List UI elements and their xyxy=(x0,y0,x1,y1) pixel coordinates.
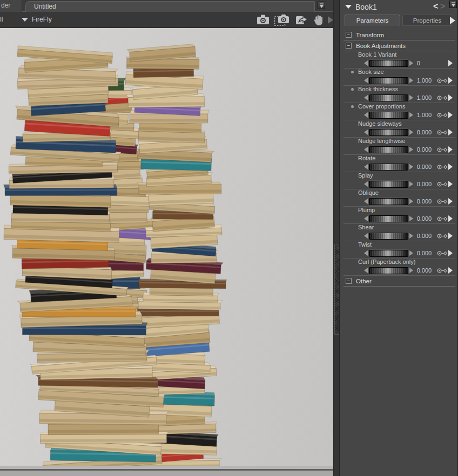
dial-menu-arrow[interactable] xyxy=(448,267,453,274)
viewport-scrollbar[interactable] xyxy=(333,0,340,476)
slider-increment-arrow[interactable] xyxy=(409,216,413,221)
slider-decrement-arrow[interactable] xyxy=(364,199,368,204)
dial-menu-arrow[interactable] xyxy=(448,198,453,205)
panel-collapse-triangle-icon[interactable] xyxy=(345,5,352,9)
collapse-icon[interactable]: − xyxy=(346,43,352,49)
dial-menu-arrow[interactable] xyxy=(448,94,453,101)
dial-value[interactable]: 0.000 xyxy=(417,250,437,256)
slider-track[interactable] xyxy=(369,146,408,153)
slider-decrement-arrow[interactable] xyxy=(364,112,368,118)
renderer-dropdown[interactable]: FireFly xyxy=(22,16,52,23)
slider-increment-arrow[interactable] xyxy=(409,181,413,187)
render-viewport[interactable] xyxy=(0,28,333,476)
dial-menu-arrow[interactable] xyxy=(448,60,453,66)
slider-track[interactable] xyxy=(369,233,408,240)
slider-decrement-arrow[interactable] xyxy=(364,268,368,273)
keyframe-icon[interactable] xyxy=(437,199,448,205)
dial-value[interactable]: 1.000 xyxy=(417,94,437,101)
keyframe-icon[interactable] xyxy=(437,268,448,274)
dial-menu-arrow[interactable] xyxy=(448,181,453,187)
collapse-icon[interactable]: − xyxy=(346,32,352,38)
dial-value[interactable]: 0.000 xyxy=(417,129,437,135)
section-transform[interactable]: − Transform xyxy=(344,30,455,40)
next-item-arrow[interactable]: > xyxy=(440,2,445,11)
slider-track[interactable] xyxy=(369,77,408,84)
slider-increment-arrow[interactable] xyxy=(409,268,413,273)
slider-increment-arrow[interactable] xyxy=(409,233,413,239)
dial-value[interactable]: 0.000 xyxy=(417,164,437,170)
dial-value[interactable]: 0.000 xyxy=(417,181,437,187)
dial-menu-arrow[interactable] xyxy=(448,164,453,170)
slider-track[interactable] xyxy=(369,129,408,136)
slider-increment-arrow[interactable] xyxy=(409,112,413,118)
prev-item-arrow[interactable]: < xyxy=(433,2,438,11)
tab-untitled[interactable]: Untitled xyxy=(25,1,315,12)
dial-value[interactable]: 0.000 xyxy=(417,146,437,153)
slider-decrement-arrow[interactable] xyxy=(364,216,368,221)
dial-menu-arrow[interactable] xyxy=(448,129,453,135)
slider-decrement-arrow[interactable] xyxy=(364,147,368,152)
slider-increment-arrow[interactable] xyxy=(409,199,413,204)
tab-parameters[interactable]: Parameters xyxy=(345,15,400,26)
slider-increment-arrow[interactable] xyxy=(409,60,413,66)
tab-overflow-arrow[interactable] xyxy=(450,17,455,24)
keyframe-icon[interactable] xyxy=(437,250,448,256)
dial-menu-arrow[interactable] xyxy=(448,215,453,222)
section-book-adjustments[interactable]: − Book Adjustments xyxy=(344,40,455,51)
dial-value[interactable]: 0.000 xyxy=(417,267,437,274)
slider-track[interactable] xyxy=(369,112,408,119)
slider-decrement-arrow[interactable] xyxy=(364,95,368,100)
dial-menu-arrow[interactable] xyxy=(448,233,453,239)
slider-decrement-arrow[interactable] xyxy=(364,78,368,83)
keyframe-icon[interactable] xyxy=(437,130,448,135)
viewport-options-dropdown[interactable] xyxy=(318,2,325,9)
panel-options-dropdown[interactable] xyxy=(449,1,457,8)
pan-tool-button[interactable] xyxy=(313,14,325,26)
scrollbar-thumb[interactable] xyxy=(334,244,339,335)
slider-track[interactable] xyxy=(369,198,408,205)
render-button[interactable] xyxy=(256,13,270,25)
keyframe-icon[interactable] xyxy=(437,147,448,153)
dial-value[interactable]: 0.000 xyxy=(417,233,437,239)
dial-value[interactable]: 1.000 xyxy=(417,77,437,84)
dial-value[interactable]: 0.000 xyxy=(417,198,437,205)
slider-track[interactable] xyxy=(369,181,408,188)
slider-decrement-arrow[interactable] xyxy=(364,250,368,256)
slider-track[interactable] xyxy=(369,267,408,274)
slider-track[interactable] xyxy=(369,250,408,257)
slider-decrement-arrow[interactable] xyxy=(364,181,368,187)
collapse-icon[interactable]: − xyxy=(346,278,352,284)
slider-increment-arrow[interactable] xyxy=(409,78,413,83)
slider-track[interactable] xyxy=(369,60,408,67)
section-other[interactable]: − Other xyxy=(344,276,455,287)
dial-menu-arrow[interactable] xyxy=(448,112,453,118)
selected-item-title[interactable]: Book1 xyxy=(355,3,377,11)
keyframe-icon[interactable] xyxy=(437,216,448,222)
display-mode-partial[interactable]: ll xyxy=(0,16,3,23)
slider-track[interactable] xyxy=(369,94,408,101)
slider-decrement-arrow[interactable] xyxy=(364,130,368,135)
slider-decrement-arrow[interactable] xyxy=(364,233,368,239)
slider-track[interactable] xyxy=(369,215,408,222)
keyframe-icon[interactable] xyxy=(437,112,448,118)
keyframe-icon[interactable] xyxy=(437,95,448,101)
slider-track[interactable] xyxy=(369,164,408,171)
slider-decrement-arrow[interactable] xyxy=(364,60,368,66)
slider-increment-arrow[interactable] xyxy=(409,95,413,100)
keyframe-icon[interactable] xyxy=(437,233,448,239)
toolbar-overflow-arrow[interactable] xyxy=(328,16,333,24)
dial-value[interactable]: 1.000 xyxy=(417,112,437,118)
slider-increment-arrow[interactable] xyxy=(409,147,413,152)
slider-increment-arrow[interactable] xyxy=(409,130,413,135)
dial-menu-arrow[interactable] xyxy=(448,146,453,153)
slider-decrement-arrow[interactable] xyxy=(364,164,368,169)
slider-increment-arrow[interactable] xyxy=(409,250,413,256)
dial-value[interactable]: 0 xyxy=(417,60,437,66)
area-render-button[interactable] xyxy=(274,13,290,26)
tab-properties[interactable]: Properties xyxy=(402,15,452,26)
tab-render-partial[interactable]: der xyxy=(0,0,22,12)
export-image-button[interactable] xyxy=(295,13,309,26)
keyframe-icon[interactable] xyxy=(437,181,448,187)
keyframe-icon[interactable] xyxy=(437,164,448,170)
slider-increment-arrow[interactable] xyxy=(409,164,413,169)
